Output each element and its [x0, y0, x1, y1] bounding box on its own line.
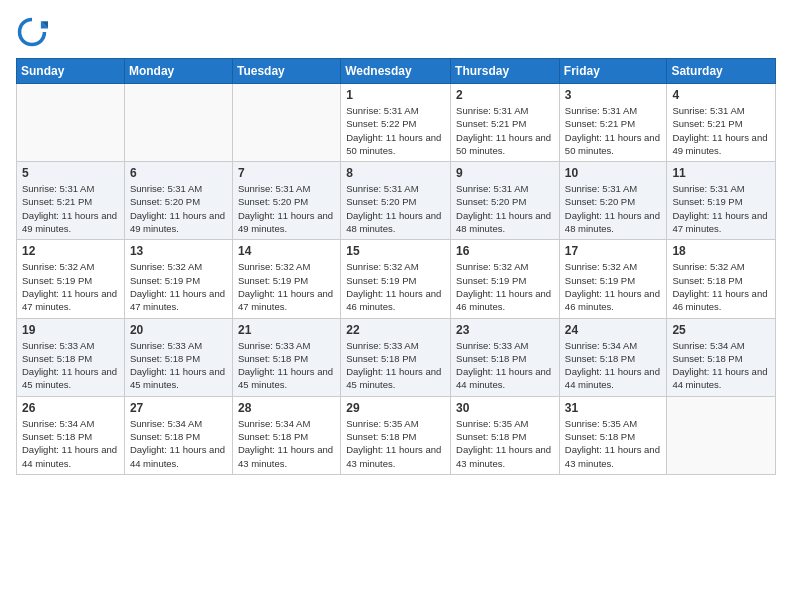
calendar-week-row: 12Sunrise: 5:32 AMSunset: 5:19 PMDayligh…: [17, 240, 776, 318]
page: SundayMondayTuesdayWednesdayThursdayFrid…: [0, 0, 792, 612]
calendar-cell: 1Sunrise: 5:31 AMSunset: 5:22 PMDaylight…: [341, 84, 451, 162]
calendar-cell: 29Sunrise: 5:35 AMSunset: 5:18 PMDayligh…: [341, 396, 451, 474]
calendar-cell: 28Sunrise: 5:34 AMSunset: 5:18 PMDayligh…: [232, 396, 340, 474]
day-number: 5: [22, 166, 119, 180]
cell-info: Sunrise: 5:31 AMSunset: 5:20 PMDaylight:…: [565, 182, 662, 235]
day-number: 6: [130, 166, 227, 180]
calendar-cell: 12Sunrise: 5:32 AMSunset: 5:19 PMDayligh…: [17, 240, 125, 318]
calendar-cell: 25Sunrise: 5:34 AMSunset: 5:18 PMDayligh…: [667, 318, 776, 396]
cell-info: Sunrise: 5:31 AMSunset: 5:20 PMDaylight:…: [456, 182, 554, 235]
day-number: 14: [238, 244, 335, 258]
day-number: 12: [22, 244, 119, 258]
cell-info: Sunrise: 5:35 AMSunset: 5:18 PMDaylight:…: [565, 417, 662, 470]
calendar-header: SundayMondayTuesdayWednesdayThursdayFrid…: [17, 59, 776, 84]
calendar-cell: 13Sunrise: 5:32 AMSunset: 5:19 PMDayligh…: [124, 240, 232, 318]
calendar-cell: 24Sunrise: 5:34 AMSunset: 5:18 PMDayligh…: [559, 318, 667, 396]
calendar-cell: 19Sunrise: 5:33 AMSunset: 5:18 PMDayligh…: [17, 318, 125, 396]
calendar-cell: 21Sunrise: 5:33 AMSunset: 5:18 PMDayligh…: [232, 318, 340, 396]
calendar-cell: 7Sunrise: 5:31 AMSunset: 5:20 PMDaylight…: [232, 162, 340, 240]
calendar-cell: 18Sunrise: 5:32 AMSunset: 5:18 PMDayligh…: [667, 240, 776, 318]
weekday-header: Thursday: [451, 59, 560, 84]
calendar-cell: 27Sunrise: 5:34 AMSunset: 5:18 PMDayligh…: [124, 396, 232, 474]
calendar-body: 1Sunrise: 5:31 AMSunset: 5:22 PMDaylight…: [17, 84, 776, 475]
day-number: 15: [346, 244, 445, 258]
weekday-row: SundayMondayTuesdayWednesdayThursdayFrid…: [17, 59, 776, 84]
calendar-cell: 31Sunrise: 5:35 AMSunset: 5:18 PMDayligh…: [559, 396, 667, 474]
cell-info: Sunrise: 5:31 AMSunset: 5:21 PMDaylight:…: [565, 104, 662, 157]
cell-info: Sunrise: 5:34 AMSunset: 5:18 PMDaylight:…: [22, 417, 119, 470]
cell-info: Sunrise: 5:34 AMSunset: 5:18 PMDaylight:…: [238, 417, 335, 470]
calendar-cell: 8Sunrise: 5:31 AMSunset: 5:20 PMDaylight…: [341, 162, 451, 240]
day-number: 13: [130, 244, 227, 258]
day-number: 26: [22, 401, 119, 415]
day-number: 10: [565, 166, 662, 180]
cell-info: Sunrise: 5:31 AMSunset: 5:20 PMDaylight:…: [238, 182, 335, 235]
weekday-header: Tuesday: [232, 59, 340, 84]
calendar-cell: 26Sunrise: 5:34 AMSunset: 5:18 PMDayligh…: [17, 396, 125, 474]
day-number: 8: [346, 166, 445, 180]
cell-info: Sunrise: 5:32 AMSunset: 5:19 PMDaylight:…: [565, 260, 662, 313]
day-number: 19: [22, 323, 119, 337]
cell-info: Sunrise: 5:33 AMSunset: 5:18 PMDaylight:…: [238, 339, 335, 392]
day-number: 23: [456, 323, 554, 337]
calendar-cell: 16Sunrise: 5:32 AMSunset: 5:19 PMDayligh…: [451, 240, 560, 318]
cell-info: Sunrise: 5:31 AMSunset: 5:22 PMDaylight:…: [346, 104, 445, 157]
cell-info: Sunrise: 5:32 AMSunset: 5:18 PMDaylight:…: [672, 260, 770, 313]
day-number: 25: [672, 323, 770, 337]
cell-info: Sunrise: 5:33 AMSunset: 5:18 PMDaylight:…: [456, 339, 554, 392]
day-number: 16: [456, 244, 554, 258]
calendar-cell: 4Sunrise: 5:31 AMSunset: 5:21 PMDaylight…: [667, 84, 776, 162]
cell-info: Sunrise: 5:35 AMSunset: 5:18 PMDaylight:…: [346, 417, 445, 470]
calendar-week-row: 5Sunrise: 5:31 AMSunset: 5:21 PMDaylight…: [17, 162, 776, 240]
cell-info: Sunrise: 5:31 AMSunset: 5:20 PMDaylight:…: [346, 182, 445, 235]
weekday-header: Monday: [124, 59, 232, 84]
calendar-cell: 15Sunrise: 5:32 AMSunset: 5:19 PMDayligh…: [341, 240, 451, 318]
cell-info: Sunrise: 5:33 AMSunset: 5:18 PMDaylight:…: [130, 339, 227, 392]
calendar-cell: [17, 84, 125, 162]
cell-info: Sunrise: 5:31 AMSunset: 5:20 PMDaylight:…: [130, 182, 227, 235]
day-number: 1: [346, 88, 445, 102]
calendar-cell: 10Sunrise: 5:31 AMSunset: 5:20 PMDayligh…: [559, 162, 667, 240]
day-number: 9: [456, 166, 554, 180]
cell-info: Sunrise: 5:32 AMSunset: 5:19 PMDaylight:…: [346, 260, 445, 313]
weekday-header: Wednesday: [341, 59, 451, 84]
logo: [16, 16, 52, 48]
cell-info: Sunrise: 5:34 AMSunset: 5:18 PMDaylight:…: [565, 339, 662, 392]
calendar-week-row: 26Sunrise: 5:34 AMSunset: 5:18 PMDayligh…: [17, 396, 776, 474]
day-number: 11: [672, 166, 770, 180]
calendar-week-row: 1Sunrise: 5:31 AMSunset: 5:22 PMDaylight…: [17, 84, 776, 162]
weekday-header: Saturday: [667, 59, 776, 84]
calendar-cell: [667, 396, 776, 474]
calendar-cell: 20Sunrise: 5:33 AMSunset: 5:18 PMDayligh…: [124, 318, 232, 396]
cell-info: Sunrise: 5:31 AMSunset: 5:21 PMDaylight:…: [672, 104, 770, 157]
day-number: 31: [565, 401, 662, 415]
day-number: 28: [238, 401, 335, 415]
calendar-cell: [232, 84, 340, 162]
header: [16, 16, 776, 48]
logo-icon: [16, 16, 48, 48]
day-number: 3: [565, 88, 662, 102]
calendar-cell: 30Sunrise: 5:35 AMSunset: 5:18 PMDayligh…: [451, 396, 560, 474]
calendar-table: SundayMondayTuesdayWednesdayThursdayFrid…: [16, 58, 776, 475]
calendar-cell: 14Sunrise: 5:32 AMSunset: 5:19 PMDayligh…: [232, 240, 340, 318]
cell-info: Sunrise: 5:35 AMSunset: 5:18 PMDaylight:…: [456, 417, 554, 470]
cell-info: Sunrise: 5:34 AMSunset: 5:18 PMDaylight:…: [130, 417, 227, 470]
weekday-header: Friday: [559, 59, 667, 84]
cell-info: Sunrise: 5:32 AMSunset: 5:19 PMDaylight:…: [22, 260, 119, 313]
cell-info: Sunrise: 5:34 AMSunset: 5:18 PMDaylight:…: [672, 339, 770, 392]
day-number: 17: [565, 244, 662, 258]
day-number: 18: [672, 244, 770, 258]
cell-info: Sunrise: 5:32 AMSunset: 5:19 PMDaylight:…: [456, 260, 554, 313]
day-number: 29: [346, 401, 445, 415]
cell-info: Sunrise: 5:31 AMSunset: 5:19 PMDaylight:…: [672, 182, 770, 235]
calendar-cell: 17Sunrise: 5:32 AMSunset: 5:19 PMDayligh…: [559, 240, 667, 318]
day-number: 2: [456, 88, 554, 102]
calendar-week-row: 19Sunrise: 5:33 AMSunset: 5:18 PMDayligh…: [17, 318, 776, 396]
calendar-cell: 11Sunrise: 5:31 AMSunset: 5:19 PMDayligh…: [667, 162, 776, 240]
calendar-cell: 23Sunrise: 5:33 AMSunset: 5:18 PMDayligh…: [451, 318, 560, 396]
day-number: 30: [456, 401, 554, 415]
weekday-header: Sunday: [17, 59, 125, 84]
cell-info: Sunrise: 5:31 AMSunset: 5:21 PMDaylight:…: [22, 182, 119, 235]
day-number: 22: [346, 323, 445, 337]
cell-info: Sunrise: 5:32 AMSunset: 5:19 PMDaylight:…: [238, 260, 335, 313]
